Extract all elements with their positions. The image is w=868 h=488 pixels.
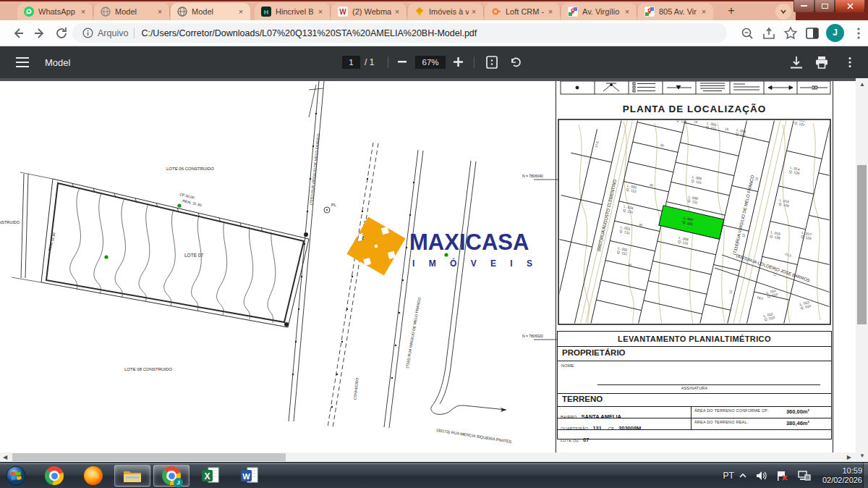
survey-table: LEVANTAMENTO PLANIALTIMÉTRICO PROPRIETÁR… — [557, 332, 832, 439]
tab-strip: WhatsApp × Model × Model × H Hincrivel B… — [0, 0, 868, 20]
tab-close-icon[interactable]: × — [622, 7, 632, 17]
tab-webmail[interactable]: W (2) Webma × — [331, 3, 407, 20]
profile-badge: J — [174, 478, 183, 487]
new-tab-button[interactable]: + — [723, 4, 739, 20]
browser-menu-kebab-icon[interactable] — [851, 25, 867, 41]
zoom-in-icon[interactable] — [454, 57, 463, 67]
scroll-up-icon[interactable]: ▲ — [859, 80, 865, 89]
tab-loft-crm[interactable]: Loft CRM - × — [485, 3, 560, 20]
tab-maps-1[interactable]: Av. Virgílio × — [561, 3, 637, 20]
tab-separator — [560, 7, 561, 16]
taskbar-explorer-button[interactable] — [114, 465, 150, 487]
owner-header: PROPRIETÁRIO — [558, 347, 831, 358]
tab-close-icon[interactable]: × — [545, 7, 556, 17]
reload-icon[interactable] — [54, 25, 69, 41]
construido-label: CONSTRUIDO — [0, 220, 20, 224]
taskbar: J X W PT 10:59 02/02/2026 — [0, 462, 868, 488]
url-separator — [134, 28, 135, 38]
tab-search-chevron-icon[interactable] — [775, 4, 791, 20]
horizontal-scroll-thumb[interactable] — [12, 453, 286, 461]
profile-avatar[interactable]: J — [826, 24, 844, 42]
maximize-button[interactable] — [814, 0, 835, 12]
forward-icon[interactable] — [32, 25, 48, 41]
scroll-right-icon[interactable]: ▶ — [847, 453, 851, 462]
taskbar-chrome-button[interactable] — [36, 465, 72, 487]
info-icon[interactable] — [82, 28, 93, 38]
name-label: NOME: — [558, 361, 831, 368]
download-icon[interactable] — [791, 56, 802, 69]
url-bar[interactable]: Arquivo C:/Users/Corretor/Downloads/L07%… — [72, 23, 727, 43]
print-icon[interactable] — [815, 56, 828, 69]
show-desktop-button[interactable] — [863, 463, 868, 488]
tab-separator — [407, 7, 407, 16]
volume-icon[interactable] — [756, 471, 767, 481]
tab-hincrivel[interactable]: H Hincrivel B × — [255, 3, 330, 20]
pdf-menu-icon[interactable] — [16, 56, 29, 68]
tab-close-icon[interactable]: × — [699, 7, 709, 17]
horizontal-scrollbar[interactable]: ◀ ▶ — [0, 453, 856, 462]
tab-title: Model — [192, 7, 236, 16]
tab-close-icon[interactable]: × — [78, 7, 88, 17]
lote-value: 07 — [583, 437, 589, 443]
pdf-toolbar: Model 1 / 1 67% — [0, 46, 868, 78]
share-icon[interactable] — [761, 25, 777, 41]
minimize-button[interactable] — [793, 0, 814, 12]
tab-close-icon[interactable]: × — [236, 7, 246, 17]
tab-close-icon[interactable]: × — [155, 7, 165, 17]
survey-header: LEVANTAMENTO PLANIALTIMÉTRICO — [558, 332, 831, 347]
rotate-icon[interactable] — [509, 56, 522, 69]
start-button[interactable] — [1, 465, 30, 487]
page-total-label: / 1 — [365, 57, 374, 67]
lote06-label: LOTE 06 CONSTRUIDO — [166, 167, 214, 171]
taskbar-word-button[interactable]: W — [231, 465, 268, 487]
chrome-icon — [45, 466, 64, 485]
vertical-scroll-thumb[interactable] — [857, 165, 867, 324]
hidden-icons-chevron[interactable] — [739, 472, 747, 479]
bookmark-star-icon[interactable] — [783, 25, 799, 41]
vertical-scrollbar[interactable]: ▲ ▼ — [856, 78, 868, 462]
network-icon[interactable] — [798, 471, 811, 481]
tab-close-icon[interactable]: × — [315, 7, 326, 17]
tab-imoveis[interactable]: Imóveis à v × — [408, 3, 483, 20]
tab-separator — [483, 7, 484, 16]
language-indicator[interactable]: PT — [723, 471, 734, 481]
action-center-flag-icon[interactable] — [776, 471, 789, 481]
scroll-down-icon[interactable]: ▼ — [859, 451, 865, 460]
lote07-label: LOTE 07 — [184, 253, 203, 258]
zoom-out-icon[interactable] — [398, 61, 407, 63]
fit-to-page-icon[interactable] — [486, 56, 498, 69]
toolbar-divider — [388, 56, 388, 68]
taskbar-chrome-active-button[interactable]: J — [153, 465, 190, 487]
taskbar-firefox-button[interactable] — [75, 465, 111, 487]
close-button[interactable] — [835, 0, 865, 12]
area-real-label: ÁREA DO TERRENO REAL: — [694, 420, 748, 428]
signature-line — [597, 384, 820, 385]
pdf-more-kebab-icon[interactable] — [843, 55, 857, 70]
page-number-input[interactable]: 1 — [342, 56, 360, 69]
zoom-icon[interactable] — [739, 25, 755, 41]
clock[interactable]: 10:59 02/02/2026 — [822, 466, 862, 485]
tab-close-icon[interactable]: × — [392, 7, 402, 17]
tab-model-1[interactable]: Model × — [94, 3, 169, 20]
tab-title: Hincrivel B — [276, 7, 315, 16]
side-panel-icon[interactable] — [804, 25, 820, 41]
sheet-border-left — [556, 81, 556, 453]
taskbar-excel-button[interactable]: X — [192, 465, 229, 487]
back-icon[interactable] — [10, 25, 26, 41]
area-cp-label: ÁREA DO TERRENO CONFORME CP: — [694, 408, 769, 416]
chrome-icon: J — [162, 466, 181, 485]
whatsapp-icon — [24, 7, 34, 17]
zoom-level-input[interactable]: 67% — [415, 56, 446, 69]
firefox-icon — [84, 466, 103, 485]
tab-title: Loft CRM - — [506, 7, 545, 16]
tab-title: Imóveis à v — [429, 7, 469, 16]
tab-model-2-active[interactable]: Model × — [171, 3, 250, 20]
legend-strip — [561, 81, 830, 94]
tab-close-icon[interactable]: × — [469, 7, 479, 17]
url-text: C:/Users/Corretor/Downloads/L07%20Q131%2… — [141, 28, 477, 38]
tab-maps-2[interactable]: 805 Av. Vir × — [638, 3, 713, 20]
webmail-icon: W — [338, 7, 348, 17]
maps-icon — [568, 7, 578, 17]
scroll-left-icon[interactable]: ◀ — [3, 453, 7, 462]
tab-whatsapp[interactable]: WhatsApp × — [17, 3, 93, 20]
